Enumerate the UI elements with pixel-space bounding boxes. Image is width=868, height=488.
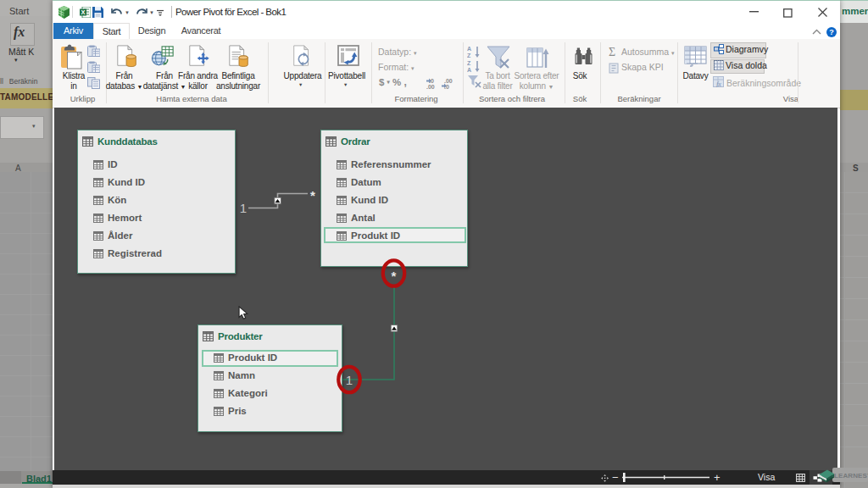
svg-text:.00: .00 [444,78,453,84]
svg-text:?: ? [829,28,834,36]
svg-text:Z: Z [467,53,471,58]
svg-text:.00: .00 [426,84,435,89]
svg-text:X: X [81,8,85,16]
svg-text:fx: fx [716,80,721,88]
svg-text:A: A [467,46,471,52]
svg-text:Z: Z [467,60,471,66]
